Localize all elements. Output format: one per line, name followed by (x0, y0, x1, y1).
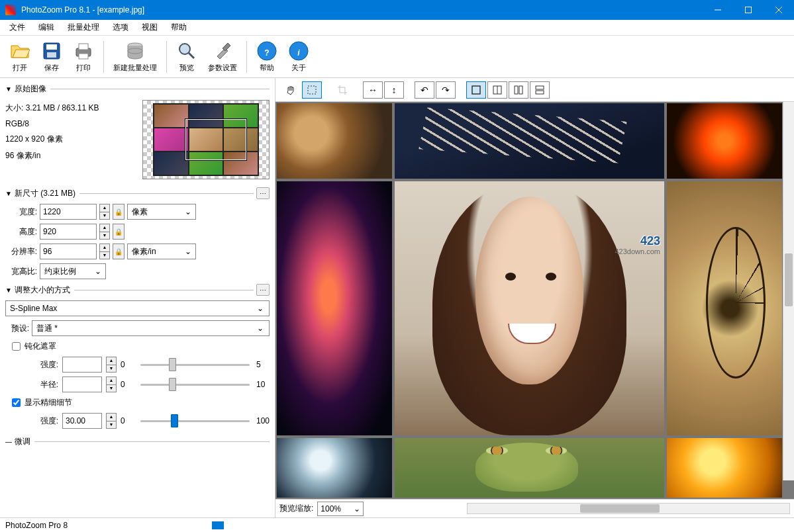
new-batch-button[interactable]: 新建批量处理 (108, 39, 162, 74)
view-single-button[interactable] (466, 81, 486, 99)
svg-point-12 (179, 44, 190, 54)
menu-options[interactable]: 选项 (106, 20, 135, 35)
section-micro-header[interactable]: — 微调 (5, 433, 270, 450)
section-original-header[interactable]: ▼ 原始图像 (5, 81, 270, 97)
unsharp-intensity-spinner[interactable]: ▲▼ (106, 357, 117, 373)
preview-canvas[interactable]: 423 423down.com (275, 102, 794, 499)
svg-text:?: ? (264, 48, 269, 58)
tools-icon (212, 40, 233, 62)
preview-tile (667, 181, 782, 435)
height-spinner[interactable]: ▲▼ (99, 224, 110, 240)
fine-intensity-label: 强度: (29, 416, 58, 427)
newsize-options-button[interactable]: ⋯ (256, 187, 270, 199)
view-2up-h-button[interactable] (530, 81, 550, 99)
fine-intensity-input[interactable] (62, 413, 102, 429)
minimize-button[interactable] (703, 0, 733, 20)
menu-edit[interactable]: 编辑 (32, 20, 61, 35)
svg-rect-18 (308, 86, 316, 94)
unsharp-radius-slider[interactable] (140, 377, 250, 392)
unsharp-int-max: 5 (256, 360, 270, 369)
unsharp-radius-input[interactable] (62, 377, 102, 392)
menu-batch[interactable]: 批量处理 (61, 20, 106, 35)
svg-rect-25 (536, 91, 544, 94)
width-unit-select[interactable]: 像素 (127, 204, 196, 220)
section-newsize-title: 新尺寸 (3.21 MB) (15, 188, 75, 199)
zoom-label: 预览缩放: (279, 503, 313, 514)
toolbar-separator (166, 41, 167, 73)
svg-rect-1 (746, 7, 752, 13)
menu-view[interactable]: 视图 (135, 20, 164, 35)
height-lock-button[interactable]: 🔒 (113, 224, 124, 240)
fine-intensity-slider[interactable] (140, 413, 250, 429)
resize-options-button[interactable]: ⋯ (256, 284, 270, 296)
svg-line-13 (189, 53, 194, 58)
preview-tile (277, 181, 392, 435)
preview-tile (667, 103, 782, 179)
resolution-spinner[interactable]: ▲▼ (99, 244, 110, 259)
unsharp-intensity-input[interactable] (62, 357, 102, 373)
width-label: 宽度: (5, 206, 37, 218)
toolbar-separator (103, 41, 104, 73)
preview-button[interactable]: 预览 (171, 39, 203, 74)
ratio-select[interactable]: 约束比例 (40, 263, 106, 279)
unsharp-rad-max: 10 (256, 380, 270, 389)
fine-intensity-spinner[interactable]: ▲▼ (106, 413, 117, 429)
preview-tile (277, 103, 392, 179)
width-spinner[interactable]: ▲▼ (99, 204, 110, 220)
width-lock-button[interactable]: 🔒 (113, 204, 124, 220)
view-split-v-button[interactable] (487, 81, 507, 99)
menu-file[interactable]: 文件 (3, 20, 32, 35)
unsharp-label: 钝化遮罩 (25, 341, 56, 352)
close-button[interactable] (764, 0, 794, 20)
finedetail-label: 显示精细细节 (25, 397, 72, 408)
fine-min: 0 (121, 416, 134, 425)
method-select[interactable]: S-Spline Max (5, 300, 270, 316)
save-button[interactable]: 保存 (36, 39, 68, 74)
print-button[interactable]: 打印 (68, 39, 99, 74)
chevron-down-icon: ▼ (5, 85, 12, 93)
height-input[interactable] (40, 224, 97, 240)
section-newsize-header[interactable]: ▼ 新尺寸 (3.21 MB) ⋯ (5, 185, 270, 202)
rotate-cw-button[interactable]: ↷ (436, 81, 456, 99)
rotate-ccw-button[interactable]: ↶ (415, 81, 434, 99)
resolution-lock-button[interactable]: 🔒 (113, 244, 124, 259)
svg-rect-8 (79, 44, 88, 50)
width-input[interactable] (40, 204, 97, 220)
settings-button[interactable]: 参数设置 (203, 39, 242, 74)
unsharp-rad-min: 0 (121, 380, 134, 389)
preview-area: ↔ ↕ ↶ ↷ 423 423down.com (275, 78, 794, 517)
unsharp-intensity-slider[interactable] (140, 357, 250, 373)
view-2up-v-button[interactable] (509, 81, 528, 99)
hand-tool-button[interactable] (281, 81, 301, 99)
horizontal-scrollbar[interactable] (467, 503, 790, 514)
flip-horizontal-button[interactable]: ↔ (363, 81, 383, 99)
chevron-down-icon: ▼ (5, 190, 12, 197)
zoom-select[interactable]: 100% (317, 502, 364, 516)
about-button[interactable]: i 关于 (283, 39, 315, 74)
menu-help[interactable]: 帮助 (164, 20, 193, 35)
printer-icon (73, 40, 94, 62)
preset-select[interactable]: 普通 * (32, 320, 270, 336)
resolution-input[interactable] (40, 244, 97, 259)
svg-rect-6 (47, 52, 56, 58)
flip-vertical-button[interactable]: ↕ (384, 81, 404, 99)
svg-rect-5 (46, 44, 57, 50)
unsharp-radius-spinner[interactable]: ▲▼ (106, 377, 117, 392)
marquee-tool-button[interactable] (302, 81, 322, 99)
section-resize-header[interactable]: ▼ 调整大小的方式 ⋯ (5, 281, 270, 298)
watermark-url: 423down.com (615, 247, 661, 255)
unsharp-checkbox[interactable] (12, 342, 21, 351)
svg-rect-22 (515, 86, 518, 94)
navigator-viewport[interactable] (185, 119, 246, 160)
finedetail-checkbox[interactable] (12, 398, 21, 407)
help-button[interactable]: ? 帮助 (251, 39, 283, 74)
folder-open-icon (9, 40, 30, 62)
maximize-button[interactable] (733, 0, 764, 20)
open-button[interactable]: 打开 (4, 39, 36, 74)
resolution-unit-select[interactable]: 像素/in (127, 244, 196, 259)
app-icon (5, 5, 16, 15)
crop-button[interactable] (332, 81, 352, 99)
navigator-thumbnail[interactable] (142, 100, 270, 179)
preview-tile (667, 438, 782, 498)
vertical-scrollbar[interactable] (783, 102, 794, 480)
